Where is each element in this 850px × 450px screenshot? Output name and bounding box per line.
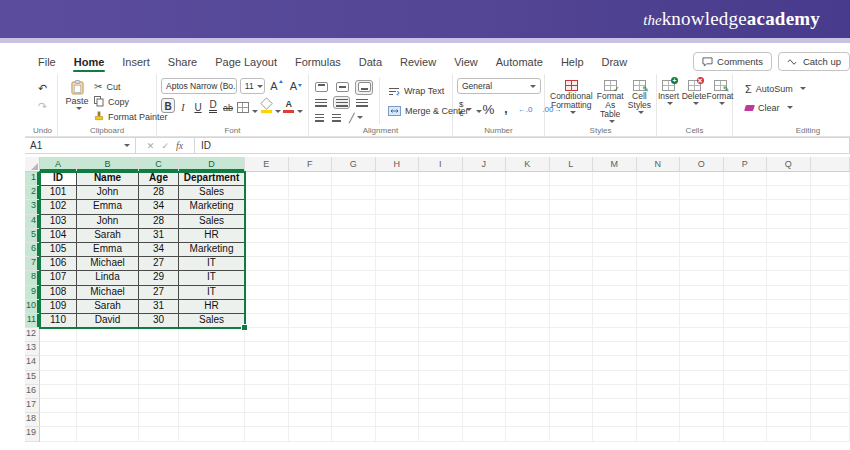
select-all-button[interactable] <box>25 157 40 172</box>
paste-button[interactable]: Paste <box>62 78 92 123</box>
cell-F15[interactable] <box>289 371 333 385</box>
cell-I3[interactable] <box>419 200 463 214</box>
cell-O9[interactable] <box>680 286 724 300</box>
cell-G17[interactable] <box>332 399 376 413</box>
cell-L16[interactable] <box>550 385 594 399</box>
format-as-table-button[interactable]: ✓ Format As Table <box>596 80 625 123</box>
cell-D18[interactable] <box>179 413 245 427</box>
cell-N7[interactable] <box>637 257 681 271</box>
cell-G10[interactable] <box>332 300 376 314</box>
row-header-19[interactable]: 19 <box>25 427 40 441</box>
cell-K7[interactable] <box>506 257 550 271</box>
cell-G7[interactable] <box>332 257 376 271</box>
row-header-9[interactable]: 9 <box>25 286 40 300</box>
cell-G16[interactable] <box>332 385 376 399</box>
cell-P16[interactable] <box>724 385 768 399</box>
cell-styles-button[interactable]: ✎ Cell Styles <box>627 80 652 114</box>
cell-N16[interactable] <box>637 385 681 399</box>
cell-L12[interactable] <box>550 328 594 342</box>
cell-D5[interactable]: HR <box>179 229 245 243</box>
cell-B12[interactable] <box>77 328 139 342</box>
cell-F8[interactable] <box>289 271 333 285</box>
catch-up-button[interactable]: Catch up <box>778 52 850 71</box>
cell-E11[interactable] <box>245 314 289 328</box>
column-header-N[interactable]: N <box>637 157 681 172</box>
cell-J4[interactable] <box>463 215 507 229</box>
cell-Q16[interactable] <box>767 385 811 399</box>
cell-K15[interactable] <box>506 371 550 385</box>
cell-H8[interactable] <box>376 271 420 285</box>
cell-P17[interactable] <box>724 399 768 413</box>
cell-R16[interactable] <box>811 385 850 399</box>
cell-O8[interactable] <box>680 271 724 285</box>
cell-J5[interactable] <box>463 229 507 243</box>
row-header-1[interactable]: 1 <box>25 172 40 186</box>
cell-F10[interactable] <box>289 300 333 314</box>
cell-D16[interactable] <box>179 385 245 399</box>
cell-H15[interactable] <box>376 371 420 385</box>
cell-L6[interactable] <box>550 243 594 257</box>
cell-N6[interactable] <box>637 243 681 257</box>
cell-N17[interactable] <box>637 399 681 413</box>
redo-button[interactable]: ↷ <box>36 99 49 113</box>
cell-C7[interactable]: 27 <box>139 257 179 271</box>
cell-I15[interactable] <box>419 371 463 385</box>
cell-A7[interactable]: 106 <box>40 257 77 271</box>
cell-E5[interactable] <box>245 229 289 243</box>
tab-help[interactable]: Help <box>552 52 593 72</box>
increase-indent-button[interactable] <box>330 113 343 123</box>
cell-P9[interactable] <box>724 286 768 300</box>
cell-J12[interactable] <box>463 328 507 342</box>
cell-G2[interactable] <box>332 186 376 200</box>
cell-E8[interactable] <box>245 271 289 285</box>
cell-E18[interactable] <box>245 413 289 427</box>
cell-J3[interactable] <box>463 200 507 214</box>
cell-F13[interactable] <box>289 342 333 356</box>
tab-page-layout[interactable]: Page Layout <box>206 52 286 72</box>
row-header-4[interactable]: 4 <box>25 215 40 229</box>
cell-C15[interactable] <box>139 371 179 385</box>
row-header-15[interactable]: 15 <box>25 371 40 385</box>
row-header-5[interactable]: 5 <box>25 229 40 243</box>
underline-button[interactable]: U <box>191 98 205 113</box>
cell-I4[interactable] <box>419 215 463 229</box>
cell-J9[interactable] <box>463 286 507 300</box>
cell-P12[interactable] <box>724 328 768 342</box>
font-color-button[interactable]: A <box>282 98 304 113</box>
cell-P18[interactable] <box>724 413 768 427</box>
cell-R11[interactable] <box>811 314 850 328</box>
cell-M2[interactable] <box>593 186 637 200</box>
cell-I2[interactable] <box>419 186 463 200</box>
cell-C14[interactable] <box>139 356 179 370</box>
cell-H11[interactable] <box>376 314 420 328</box>
bold-button[interactable]: B <box>161 98 175 113</box>
cell-O5[interactable] <box>680 229 724 243</box>
cell-C19[interactable] <box>139 427 179 441</box>
cell-I9[interactable] <box>419 286 463 300</box>
cell-J18[interactable] <box>463 413 507 427</box>
cell-B19[interactable] <box>77 427 139 441</box>
cell-A4[interactable]: 103 <box>40 215 77 229</box>
orientation-button[interactable]: ╱ <box>347 112 365 124</box>
cell-I7[interactable] <box>419 257 463 271</box>
row-header-13[interactable]: 13 <box>25 342 40 356</box>
cell-H12[interactable] <box>376 328 420 342</box>
cell-L13[interactable] <box>550 342 594 356</box>
cell-F11[interactable] <box>289 314 333 328</box>
cell-R6[interactable] <box>811 243 850 257</box>
cell-E15[interactable] <box>245 371 289 385</box>
fill-color-button[interactable] <box>260 98 282 113</box>
cell-I6[interactable] <box>419 243 463 257</box>
cell-E14[interactable] <box>245 356 289 370</box>
double-underline-button[interactable]: D <box>206 98 220 113</box>
cell-B1[interactable]: Name <box>77 172 139 186</box>
cell-F17[interactable] <box>289 399 333 413</box>
cell-M11[interactable] <box>593 314 637 328</box>
cell-O12[interactable] <box>680 328 724 342</box>
cell-I11[interactable] <box>419 314 463 328</box>
strikethrough-button[interactable]: ab <box>221 98 235 113</box>
cell-J17[interactable] <box>463 399 507 413</box>
cell-C3[interactable]: 34 <box>139 200 179 214</box>
cell-L17[interactable] <box>550 399 594 413</box>
cell-G8[interactable] <box>332 271 376 285</box>
